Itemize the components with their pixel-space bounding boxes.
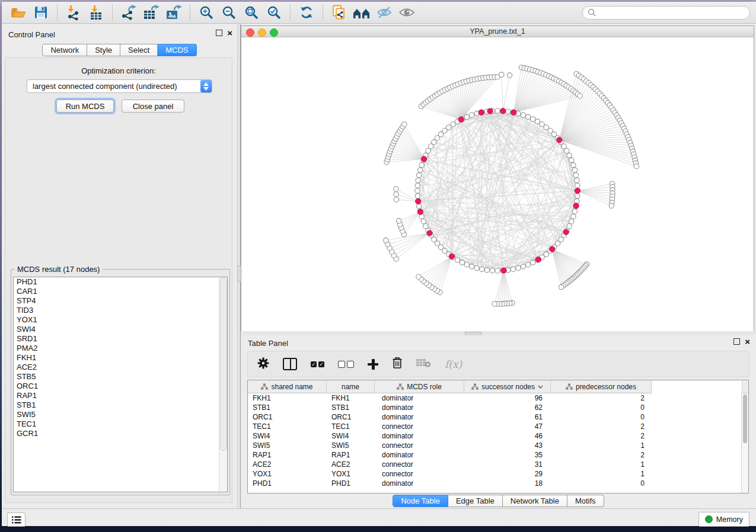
table-cell[interactable]: 18 xyxy=(464,479,551,488)
table-cell[interactable]: PHD1 xyxy=(248,479,327,488)
zoom-selected-icon[interactable] xyxy=(263,4,285,22)
column-header-predecessor-nodes[interactable]: predecessor nodes xyxy=(551,380,652,393)
horizontal-splitter[interactable] xyxy=(241,331,756,335)
export-network-icon[interactable] xyxy=(118,4,139,22)
table-cell[interactable]: 2 xyxy=(551,431,652,441)
list-item[interactable]: STB5 xyxy=(14,372,227,382)
table-cell[interactable]: RAP1 xyxy=(248,450,327,460)
table-row[interactable]: ACE2ACE2connector311 xyxy=(248,460,742,469)
zoom-in-icon[interactable] xyxy=(196,4,217,22)
table-cell[interactable]: 96 xyxy=(464,393,551,403)
tab-edge-table[interactable]: Edge Table xyxy=(448,495,503,507)
close-panel-icon[interactable]: × xyxy=(745,339,750,344)
table-cell[interactable]: FKH1 xyxy=(327,393,375,403)
table-cell[interactable]: ORC1 xyxy=(248,412,327,422)
table-cell[interactable]: 0 xyxy=(551,403,652,412)
table-cell[interactable]: connector xyxy=(375,460,464,469)
float-panel-icon[interactable] xyxy=(216,30,222,36)
scrollbar-thumb[interactable] xyxy=(743,395,747,443)
table-cell[interactable]: 43 xyxy=(464,441,551,450)
table-cell[interactable]: PHD1 xyxy=(327,479,375,488)
table-cell[interactable]: STB1 xyxy=(248,403,327,412)
open-folder-icon[interactable] xyxy=(8,4,29,22)
table-cell[interactable]: 2 xyxy=(551,450,652,460)
column-header-mcds-role[interactable]: MCDS role xyxy=(375,380,464,393)
table-cell[interactable]: TEC1 xyxy=(327,422,375,431)
list-item[interactable]: SWI5 xyxy=(14,410,227,419)
table-cell[interactable]: 35 xyxy=(464,450,551,460)
table-cell[interactable]: 1 xyxy=(551,460,652,469)
tab-node-table[interactable]: Node Table xyxy=(393,495,448,507)
table-row[interactable]: STB1STB1dominator620 xyxy=(248,403,742,412)
table-cell[interactable]: 1 xyxy=(551,469,652,479)
table-cell[interactable]: SWI4 xyxy=(327,431,375,441)
table-cell[interactable]: TEC1 xyxy=(248,422,327,431)
gear-icon[interactable] xyxy=(257,357,269,371)
task-history-button[interactable] xyxy=(7,512,25,527)
network-window-titlebar[interactable]: YPA_prune.txt_1 xyxy=(241,26,754,37)
column-header-successor-nodes[interactable]: successor nodes xyxy=(464,380,551,393)
export-image-icon[interactable] xyxy=(163,4,184,22)
table-cell[interactable]: dominator xyxy=(375,412,464,422)
table-scrollbar[interactable] xyxy=(741,393,748,493)
table-cell[interactable]: 62 xyxy=(464,403,551,412)
table-cell[interactable]: dominator xyxy=(375,450,464,460)
column-header-name[interactable]: name xyxy=(327,380,375,393)
table-row[interactable]: YOX1YOX1connector291 xyxy=(248,469,742,479)
list-item[interactable]: PHD1 xyxy=(14,277,227,287)
table-row[interactable]: FKH1FKH1dominator962 xyxy=(248,393,742,403)
tab-network[interactable]: Network xyxy=(42,44,87,56)
table-cell[interactable]: YOX1 xyxy=(327,469,375,479)
import-table-icon[interactable] xyxy=(85,4,107,22)
table-row[interactable]: TEC1TEC1connector472 xyxy=(248,422,742,431)
export-table-icon[interactable] xyxy=(141,4,162,22)
close-panel-icon[interactable]: × xyxy=(227,30,232,36)
table-row[interactable]: SWI4SWI4dominator462 xyxy=(248,431,742,441)
table-cell[interactable]: SWI5 xyxy=(248,441,327,450)
list-item[interactable]: GCR1 xyxy=(14,429,227,438)
memory-button[interactable]: Memory xyxy=(698,512,749,527)
list-item[interactable]: YOX1 xyxy=(14,315,227,325)
list-item[interactable]: ORC1 xyxy=(14,382,227,391)
refresh-icon[interactable] xyxy=(296,4,317,22)
delete-icon[interactable] xyxy=(392,357,403,371)
table-cell[interactable]: 31 xyxy=(464,460,551,469)
table-row[interactable]: PHD1PHD1dominator180 xyxy=(248,479,742,488)
table-cell[interactable]: connector xyxy=(375,422,464,431)
select-all-columns-icon[interactable]: ✓✓ xyxy=(311,361,324,367)
table-cell[interactable]: 46 xyxy=(464,431,551,441)
deselect-all-columns-icon[interactable] xyxy=(338,361,354,368)
list-item[interactable]: TID3 xyxy=(14,306,227,315)
show-all-icon[interactable] xyxy=(396,4,417,22)
table-cell[interactable]: FKH1 xyxy=(248,393,327,403)
table-row[interactable]: RAP1RAP1dominator352 xyxy=(248,450,742,460)
list-item[interactable]: SRD1 xyxy=(14,334,227,344)
table-cell[interactable]: ACE2 xyxy=(248,460,327,469)
import-network-icon[interactable] xyxy=(63,4,84,22)
hide-selected-icon[interactable] xyxy=(374,4,395,22)
table-cell[interactable]: 0 xyxy=(551,479,652,488)
list-item[interactable]: STP4 xyxy=(14,296,227,306)
column-header-shared-name[interactable]: shared name xyxy=(248,380,327,393)
network-canvas[interactable] xyxy=(241,37,754,332)
table-cell[interactable]: SWI4 xyxy=(248,431,327,441)
list-item[interactable]: FKH1 xyxy=(14,353,227,363)
table-cell[interactable]: 47 xyxy=(464,422,551,431)
table-cell[interactable]: ORC1 xyxy=(327,412,375,422)
table-cell[interactable]: 29 xyxy=(464,469,551,479)
clone-network-icon[interactable] xyxy=(328,4,350,22)
run-mcds-button[interactable]: Run MCDS xyxy=(56,100,114,113)
table-cell[interactable]: 2 xyxy=(551,422,652,431)
table-cell[interactable]: STB1 xyxy=(327,403,375,412)
list-item[interactable]: STB1 xyxy=(14,400,227,410)
list-item[interactable]: RAP1 xyxy=(14,391,227,400)
save-icon[interactable] xyxy=(30,4,52,22)
table-cell[interactable]: SWI5 xyxy=(327,441,375,450)
add-icon[interactable] xyxy=(368,359,378,370)
list-item[interactable]: SWI4 xyxy=(14,325,227,334)
table-row[interactable]: ORC1ORC1dominator610 xyxy=(248,412,742,422)
tab-motifs[interactable]: Motifs xyxy=(567,495,604,507)
table-row[interactable]: SWI5SWI5connector431 xyxy=(248,441,742,450)
table-cell[interactable]: dominator xyxy=(375,479,464,488)
table-cell[interactable]: 1 xyxy=(551,441,652,450)
